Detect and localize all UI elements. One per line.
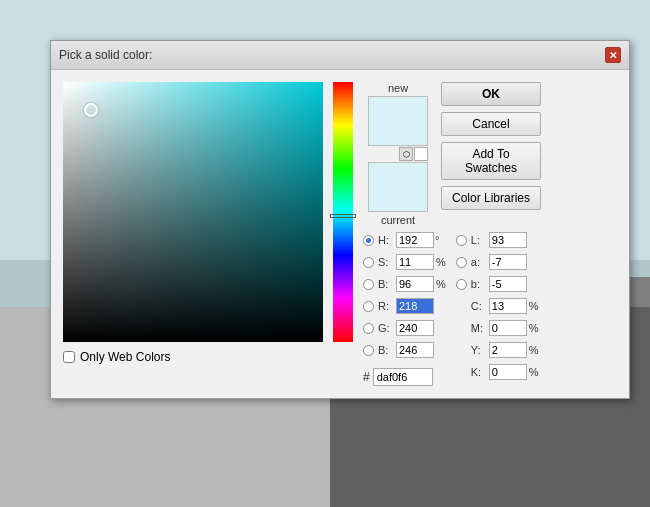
- preview-current-color: [368, 162, 428, 212]
- red-input-row: R:: [363, 298, 446, 314]
- a-input-row: a:: [456, 254, 539, 270]
- hue-unit: °: [435, 234, 439, 246]
- brightness-radio[interactable]: [363, 279, 374, 290]
- right-input-col: L: a: b:: [456, 232, 539, 386]
- cancel-button[interactable]: Cancel: [441, 112, 541, 136]
- color-libraries-button[interactable]: Color Libraries: [441, 186, 541, 210]
- hue-label: H:: [378, 234, 394, 246]
- saturation-input-row: S: %: [363, 254, 446, 270]
- b-label: b:: [471, 278, 487, 290]
- buttons-section: OK Cancel Add To Swatches Color Librarie…: [441, 82, 541, 226]
- saturation-unit: %: [436, 256, 446, 268]
- blue-input[interactable]: [396, 342, 434, 358]
- only-web-colors-checkbox[interactable]: [63, 351, 75, 363]
- left-input-col: H: ° S: % B:: [363, 232, 446, 386]
- saturation-radio[interactable]: [363, 257, 374, 268]
- C-input-row: C: %: [456, 298, 539, 314]
- K-label: K:: [471, 366, 487, 378]
- green-radio[interactable]: [363, 323, 374, 334]
- inputs-area: H: ° S: % B:: [363, 232, 617, 386]
- a-label: a:: [471, 256, 487, 268]
- Y-unit: %: [529, 344, 539, 356]
- K-unit: %: [529, 366, 539, 378]
- red-radio[interactable]: [363, 301, 374, 312]
- Y-input-row: Y: %: [456, 342, 539, 358]
- M-unit: %: [529, 322, 539, 334]
- preview-new-color: [368, 96, 428, 146]
- L-input-row: L:: [456, 232, 539, 248]
- preview-current-label: current: [381, 214, 415, 226]
- C-label: C:: [471, 300, 487, 312]
- K-input[interactable]: [489, 364, 527, 380]
- blue-input-row: B:: [363, 342, 446, 358]
- Y-input[interactable]: [489, 342, 527, 358]
- hue-radio[interactable]: [363, 235, 374, 246]
- preview-new-label: new: [388, 82, 408, 94]
- saturation-label: S:: [378, 256, 394, 268]
- right-panel: new ⬡ current OK Cancel Add To Swatches …: [363, 82, 617, 386]
- hue-input[interactable]: [396, 232, 434, 248]
- green-input-row: G:: [363, 320, 446, 336]
- dialog-title: Pick a solid color:: [59, 48, 152, 62]
- color-swatch-small: [414, 147, 428, 161]
- K-input-row: K: %: [456, 364, 539, 380]
- dialog-titlebar: Pick a solid color: ✕: [51, 41, 629, 70]
- hue-slider-thumb: [330, 214, 356, 218]
- M-input[interactable]: [489, 320, 527, 336]
- saturation-input[interactable]: [396, 254, 434, 270]
- color-picker-area[interactable]: [63, 82, 323, 342]
- red-label: R:: [378, 300, 394, 312]
- hex-input[interactable]: [373, 368, 433, 386]
- M-label: M:: [471, 322, 487, 334]
- picker-circle[interactable]: [84, 103, 98, 117]
- C-input[interactable]: [489, 298, 527, 314]
- close-button[interactable]: ✕: [605, 47, 621, 63]
- color-gradient[interactable]: [63, 82, 323, 342]
- brightness-input[interactable]: [396, 276, 434, 292]
- color-picker-dialog: Pick a solid color: ✕ Only Web Colors: [50, 40, 630, 399]
- L-label: L:: [471, 234, 487, 246]
- b-radio[interactable]: [456, 279, 467, 290]
- only-web-colors-label: Only Web Colors: [80, 350, 170, 364]
- gradient-dark: [63, 82, 323, 342]
- dialog-content: Only Web Colors new ⬡: [51, 70, 629, 398]
- a-input[interactable]: [489, 254, 527, 270]
- top-right: new ⬡ current OK Cancel Add To Swatches …: [363, 82, 617, 226]
- green-input[interactable]: [396, 320, 434, 336]
- color-preview-section: new ⬡ current: [363, 82, 433, 226]
- hue-slider-container[interactable]: [333, 82, 353, 342]
- hex-hash: #: [363, 370, 370, 384]
- web-safe-icon: ⬡: [399, 147, 413, 161]
- C-unit: %: [529, 300, 539, 312]
- brightness-unit: %: [436, 278, 446, 290]
- blue-label: B:: [378, 344, 394, 356]
- hue-input-row: H: °: [363, 232, 446, 248]
- L-radio[interactable]: [456, 235, 467, 246]
- brightness-label: B:: [378, 278, 394, 290]
- b-input-row: b:: [456, 276, 539, 292]
- b-input[interactable]: [489, 276, 527, 292]
- red-input[interactable]: [396, 298, 434, 314]
- hex-row: #: [363, 368, 446, 386]
- Y-label: Y:: [471, 344, 487, 356]
- left-panel: Only Web Colors: [63, 82, 323, 386]
- green-label: G:: [378, 322, 394, 334]
- M-input-row: M: %: [456, 320, 539, 336]
- brightness-input-row: B: %: [363, 276, 446, 292]
- web-colors-row: Only Web Colors: [63, 346, 323, 364]
- blue-radio[interactable]: [363, 345, 374, 356]
- L-input[interactable]: [489, 232, 527, 248]
- a-radio[interactable]: [456, 257, 467, 268]
- hue-slider[interactable]: [333, 82, 353, 342]
- ok-button[interactable]: OK: [441, 82, 541, 106]
- add-to-swatches-button[interactable]: Add To Swatches: [441, 142, 541, 180]
